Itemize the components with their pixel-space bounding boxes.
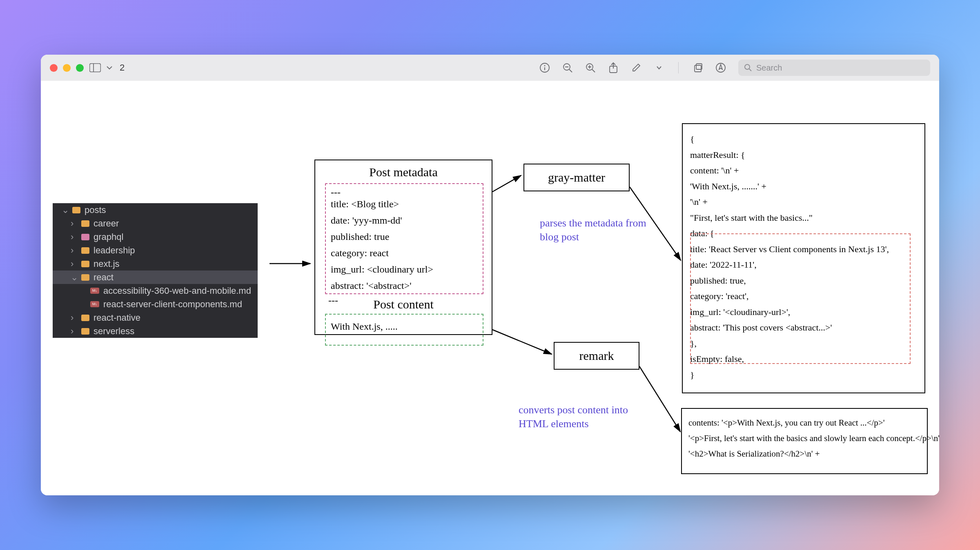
remark-box: remark <box>554 342 639 370</box>
folder-posts[interactable]: ⌄posts <box>53 203 258 217</box>
folder-career[interactable]: ›career <box>53 217 258 230</box>
html-line: '<h2>What is Serialization?</h2>\n' + <box>688 446 920 462</box>
content-line: With Next.js, ..... <box>331 321 398 332</box>
folder-icon <box>81 220 89 227</box>
close-icon[interactable] <box>50 64 58 72</box>
json-data-region <box>690 233 911 364</box>
json-line: } <box>690 367 917 383</box>
titlebar: 2 Search <box>41 55 939 81</box>
folder-leadership[interactable]: ›leadership <box>53 244 258 257</box>
rotate-icon[interactable] <box>693 62 703 73</box>
file-tree: ⌄posts ›career ›graphql ›leadership ›nex… <box>53 203 258 338</box>
markup-icon[interactable] <box>631 62 641 73</box>
file-accessibility[interactable]: M↓accessibility-360-web-and-mobile.md <box>53 284 258 297</box>
json-line: 'With Next.js, .......' + <box>690 179 917 195</box>
folder-react-native[interactable]: ›react-native <box>53 311 258 324</box>
folder-icon <box>81 261 89 267</box>
meta-category: category: react <box>331 248 389 259</box>
html-output-box: contents: '<p>With Next.js, you can try … <box>681 408 928 474</box>
svg-rect-14 <box>695 65 701 72</box>
folder-react[interactable]: ⌄react <box>53 271 258 284</box>
meta-date: date: 'yyy-mm-dd' <box>331 215 402 226</box>
svg-point-3 <box>544 65 546 67</box>
arrow-remark-to-html <box>639 366 684 436</box>
folder-serverless[interactable]: ›serverless <box>53 324 258 338</box>
svg-line-22 <box>492 330 552 354</box>
json-line: '\n' + <box>690 194 917 210</box>
svg-line-6 <box>569 69 572 72</box>
search-placeholder: Search <box>756 63 782 73</box>
svg-line-20 <box>492 175 521 192</box>
search-input[interactable]: Search <box>738 60 930 76</box>
svg-line-21 <box>630 187 681 260</box>
sidebar-toggle-icon[interactable] <box>89 63 101 72</box>
zoom-in-icon[interactable] <box>585 62 596 73</box>
json-output-box: { matterResult: { content: '\n' + 'With … <box>682 123 925 393</box>
meta-imgurl: img_url: <cloudinary url> <box>331 264 433 275</box>
post-content-title: Post content <box>315 297 492 311</box>
maximize-icon[interactable] <box>76 64 84 72</box>
folder-icon <box>81 328 89 335</box>
toolbar-right: Search <box>539 60 930 76</box>
json-line: matterResult: { <box>690 147 917 163</box>
html-line: '<p>First, let's start with the basics a… <box>688 431 920 446</box>
html-line: contents: '<p>With Next.js, you can try … <box>688 415 920 431</box>
svg-line-9 <box>592 69 595 72</box>
meta-title: title: <Blog title> <box>331 199 399 210</box>
svg-rect-0 <box>90 64 101 72</box>
zoom-out-icon[interactable] <box>562 62 573 73</box>
document-title: 2 <box>120 62 125 73</box>
info-icon[interactable] <box>539 62 550 73</box>
gray-matter-box: gray-matter <box>523 164 630 191</box>
share-icon[interactable] <box>608 62 619 73</box>
search-icon <box>744 64 752 72</box>
folder-graphql[interactable]: ›graphql <box>53 230 258 244</box>
file-react-server[interactable]: M↓react-server-client-components.md <box>53 297 258 311</box>
traffic-lights <box>50 64 84 72</box>
arrow-tree-to-post <box>270 259 314 268</box>
svg-line-23 <box>639 366 680 432</box>
chevron-down-small-icon[interactable] <box>654 62 664 73</box>
diagram-canvas: ⌄posts ›career ›graphql ›leadership ›nex… <box>41 81 939 495</box>
chevron-down-icon[interactable] <box>107 66 112 70</box>
folder-icon <box>81 234 89 240</box>
markdown-icon: M↓ <box>90 301 99 307</box>
json-line: content: '\n' + <box>690 163 917 179</box>
markdown-icon: M↓ <box>90 288 99 294</box>
app-window: 2 Search ⌄posts ›career ›graphql ›leader… <box>41 55 939 495</box>
folder-nextjs[interactable]: ›next.js <box>53 257 258 271</box>
remark-annotation: converts post content into HTML elements <box>519 403 641 431</box>
minimize-icon[interactable] <box>63 64 71 72</box>
highlight-icon[interactable] <box>715 62 726 73</box>
arrow-graymatter-to-json <box>630 187 687 264</box>
folder-icon <box>81 247 89 254</box>
folder-icon <box>72 207 80 213</box>
post-metadata-title: Post metadata <box>315 160 492 182</box>
json-line: { <box>690 131 917 147</box>
post-box: Post metadata --- title: <Blog title> da… <box>314 160 492 335</box>
folder-icon <box>81 315 89 321</box>
svg-point-17 <box>745 64 750 69</box>
folder-icon <box>81 274 89 281</box>
meta-published: published: true <box>331 231 389 242</box>
arrow-meta-to-graymatter <box>492 171 525 196</box>
svg-line-18 <box>749 69 751 71</box>
json-line: "First, let's start with the basics..." <box>690 210 917 226</box>
frontmatter-sep: --- <box>331 187 341 198</box>
arrow-content-to-remark <box>492 326 556 358</box>
meta-abstract: abstract: '<abstract>' <box>331 280 412 291</box>
